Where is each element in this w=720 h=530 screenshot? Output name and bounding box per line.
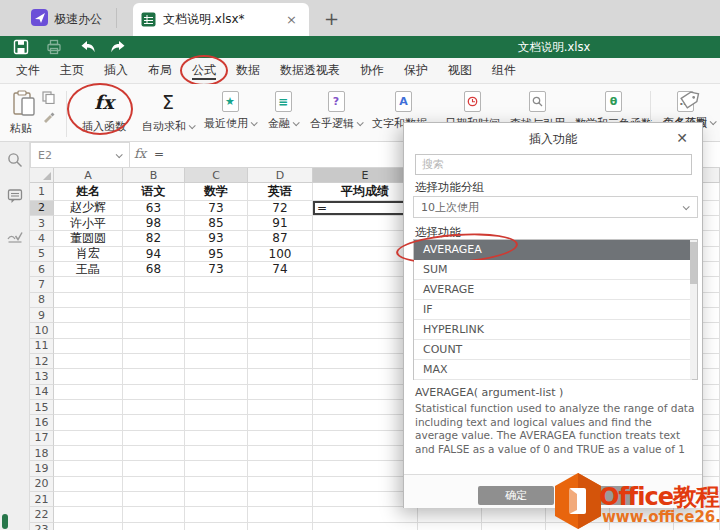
cell-C23[interactable] — [185, 523, 248, 530]
spell-check-icon[interactable] — [7, 230, 23, 246]
undo-icon[interactable] — [80, 39, 96, 55]
cell-D8[interactable] — [248, 293, 313, 308]
cell-D9[interactable] — [248, 308, 313, 323]
recently-used-button[interactable]: ★ 最近使用 — [199, 89, 261, 131]
search-icon[interactable] — [7, 152, 23, 168]
row-header-11[interactable]: 11 — [30, 339, 54, 354]
cell-D15[interactable] — [248, 400, 313, 415]
list-item-average[interactable]: AVERAGE — [414, 280, 692, 300]
cell-D16[interactable] — [248, 415, 313, 430]
cell-B18[interactable] — [123, 446, 185, 461]
tab-close-icon[interactable]: × — [282, 12, 301, 27]
document-tab[interactable]: 文档说明.xlsx* × — [133, 3, 309, 36]
cell-F23[interactable] — [418, 523, 482, 530]
cell-B10[interactable] — [123, 323, 185, 338]
column-header-A[interactable]: A — [54, 168, 123, 183]
cell-D4[interactable]: 87 — [248, 231, 313, 246]
row-header-9[interactable]: 9 — [30, 308, 54, 323]
app-logo-icon[interactable] — [31, 9, 48, 26]
row-header-2[interactable]: 2 — [30, 201, 54, 216]
list-item-averagea[interactable]: AVERAGEA — [414, 240, 692, 260]
financial-button[interactable]: ≡ 金融 — [261, 89, 305, 131]
cell-B21[interactable] — [123, 492, 185, 507]
cell-A5[interactable]: 肖宏 — [54, 247, 123, 262]
redo-icon[interactable] — [110, 39, 126, 55]
cell-D6[interactable]: 74 — [248, 262, 313, 277]
cell-A17[interactable] — [54, 431, 123, 446]
cell-A10[interactable] — [54, 323, 123, 338]
cell-C4[interactable]: 93 — [185, 231, 248, 246]
new-tab-button[interactable]: + — [318, 6, 345, 31]
cell-D10[interactable] — [248, 323, 313, 338]
row-header-20[interactable]: 20 — [30, 477, 54, 492]
cell-A23[interactable] — [54, 523, 123, 530]
column-header-B[interactable]: B — [123, 168, 185, 183]
cell-C22[interactable] — [185, 507, 248, 522]
cell-B4[interactable]: 82 — [123, 231, 185, 246]
cell-D12[interactable] — [248, 354, 313, 369]
cell-C15[interactable] — [185, 400, 248, 415]
cell-C18[interactable] — [185, 446, 248, 461]
cell-A16[interactable] — [54, 415, 123, 430]
cell-E22[interactable] — [313, 507, 418, 522]
cell-B22[interactable] — [123, 507, 185, 522]
menu-collaborate[interactable]: 协作 — [350, 57, 394, 84]
cell-C11[interactable] — [185, 339, 248, 354]
cell-A4[interactable]: 董圆圆 — [54, 231, 123, 246]
cell-A18[interactable] — [54, 446, 123, 461]
paste-button[interactable]: 粘贴 — [6, 89, 36, 136]
list-item-max[interactable]: MAX — [414, 360, 692, 380]
row-header-14[interactable]: 14 — [30, 385, 54, 400]
cell-C16[interactable] — [185, 415, 248, 430]
row-header-12[interactable]: 12 — [30, 354, 54, 369]
cell-D7[interactable] — [248, 277, 313, 292]
cell-D19[interactable] — [248, 461, 313, 476]
cell-A2[interactable]: 赵少辉 — [54, 201, 123, 216]
function-group-select[interactable]: 10上次使用 — [413, 196, 698, 218]
ok-button[interactable]: 确定 — [478, 486, 554, 505]
copy-icon[interactable] — [42, 91, 55, 104]
function-search-input[interactable] — [415, 154, 692, 175]
list-item-count[interactable]: COUNT — [414, 340, 692, 360]
save-icon[interactable] — [13, 39, 29, 55]
cell-F22[interactable] — [418, 507, 482, 522]
cell-D21[interactable] — [248, 492, 313, 507]
cell-C3[interactable]: 85 — [185, 216, 248, 231]
cell-D5[interactable]: 100 — [248, 247, 313, 262]
cell-A1[interactable]: 姓名 — [54, 183, 123, 201]
row-header-22[interactable]: 22 — [30, 507, 54, 522]
cell-C14[interactable] — [185, 385, 248, 400]
row-header-16[interactable]: 16 — [30, 415, 54, 430]
app-name[interactable]: 极速办公 — [54, 11, 102, 28]
cell-C9[interactable] — [185, 308, 248, 323]
cell-D17[interactable] — [248, 431, 313, 446]
cell-D18[interactable] — [248, 446, 313, 461]
cell-A9[interactable] — [54, 308, 123, 323]
row-header-10[interactable]: 10 — [30, 323, 54, 338]
cell-C13[interactable] — [185, 369, 248, 384]
row-header-3[interactable]: 3 — [30, 216, 54, 231]
menu-formulas[interactable]: 公式 — [182, 57, 226, 84]
cell-D14[interactable] — [248, 385, 313, 400]
row-header-7[interactable]: 7 — [30, 277, 54, 292]
cell-A19[interactable] — [54, 461, 123, 476]
cell-B8[interactable] — [123, 293, 185, 308]
menu-data[interactable]: 数据 — [226, 57, 270, 84]
cell-B14[interactable] — [123, 385, 185, 400]
cell-B7[interactable] — [123, 277, 185, 292]
menu-view[interactable]: 视图 — [438, 57, 482, 84]
cell-A12[interactable] — [54, 354, 123, 369]
cell-A11[interactable] — [54, 339, 123, 354]
list-scrollbar[interactable] — [690, 240, 697, 379]
list-item-if[interactable]: IF — [414, 300, 692, 320]
print-icon[interactable] — [46, 39, 62, 55]
cell-B23[interactable] — [123, 523, 185, 530]
cell-B20[interactable] — [123, 477, 185, 492]
row-header-18[interactable]: 18 — [30, 446, 54, 461]
row-header-19[interactable]: 19 — [30, 461, 54, 476]
cell-D20[interactable] — [248, 477, 313, 492]
cell-C6[interactable]: 73 — [185, 262, 248, 277]
formula-input[interactable]: = — [154, 147, 164, 161]
cell-B5[interactable]: 94 — [123, 247, 185, 262]
row-header-21[interactable]: 21 — [30, 492, 54, 507]
